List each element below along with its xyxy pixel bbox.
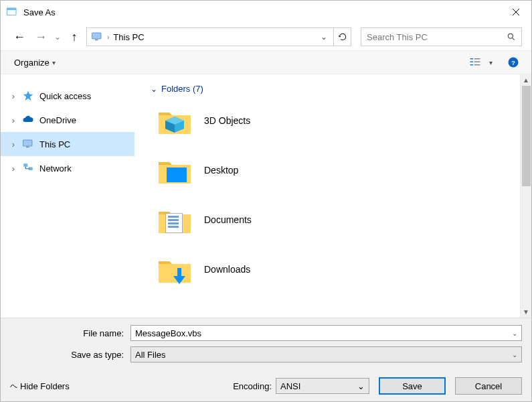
folder-label: Downloads: [204, 264, 250, 275]
titlebar: Save As: [1, 1, 531, 23]
address-bar[interactable]: › This PC ⌄: [86, 27, 334, 46]
view-dropdown[interactable]: ▾: [489, 59, 493, 66]
section-header-folders[interactable]: ⌄ Folders (7): [151, 84, 520, 94]
tree-item-quick-access[interactable]: › Quick access: [1, 84, 135, 108]
scroll-up-button[interactable]: ▲: [521, 74, 531, 86]
hide-folders-button[interactable]: ヘ Hide Folders: [10, 381, 70, 391]
vertical-scrollbar[interactable]: ▲ ▼: [520, 74, 531, 318]
up-button[interactable]: ↑: [65, 27, 84, 46]
close-icon: [512, 8, 520, 16]
tree-label: OneDrive: [39, 115, 76, 125]
organize-label: Organize: [14, 58, 50, 68]
chevron-down-icon: ▾: [52, 59, 56, 66]
svg-rect-10: [474, 64, 480, 66]
folder-label: Desktop: [204, 165, 238, 176]
search-icon: [507, 32, 516, 42]
main-area: › Quick access › OneDrive › This PC › Ne…: [1, 74, 531, 318]
file-area[interactable]: ⌄ Folders (7) 3D Objects Desktop: [135, 74, 520, 318]
view-icon: [469, 56, 481, 68]
folder-desktop[interactable]: Desktop: [157, 150, 520, 190]
svg-text:?: ?: [511, 59, 515, 66]
tree-label: This PC: [39, 139, 70, 149]
filename-label: File name:: [10, 328, 130, 338]
view-options-button[interactable]: [466, 54, 484, 71]
refresh-icon: [338, 32, 347, 42]
expand-icon[interactable]: ›: [10, 91, 17, 101]
saveastype-select[interactable]: All Files ⌄: [130, 346, 522, 362]
pc-icon: [91, 31, 103, 42]
scroll-thumb[interactable]: [522, 86, 531, 186]
breadcrumb-current[interactable]: This PC: [113, 32, 144, 42]
network-icon: [22, 162, 34, 174]
scroll-down-button[interactable]: ▼: [521, 306, 531, 318]
encoding-select[interactable]: ANSI ⌄: [276, 378, 369, 394]
tree-item-network[interactable]: › Network: [1, 156, 135, 180]
search-placeholder: Search This PC: [367, 32, 507, 42]
svg-rect-1: [7, 8, 17, 10]
svg-rect-9: [470, 64, 474, 66]
saveastype-label: Save as type:: [10, 350, 130, 360]
chevron-up-icon: ヘ: [10, 381, 17, 391]
close-button[interactable]: [503, 2, 529, 22]
folder-label: 3D Objects: [204, 115, 250, 126]
refresh-button[interactable]: [334, 27, 351, 46]
button-row: ヘ Hide Folders Encoding: ANSI ⌄ Save Can…: [10, 368, 522, 395]
address-dropdown[interactable]: ⌄: [319, 32, 329, 42]
chevron-down-icon[interactable]: ⌄: [512, 330, 517, 337]
svg-rect-13: [23, 140, 33, 146]
toolbar: Organize ▾ ▾ ?: [1, 50, 531, 74]
svg-rect-2: [92, 33, 102, 39]
app-icon: [6, 6, 18, 18]
svg-rect-3: [95, 40, 98, 41]
forward-button[interactable]: →: [31, 27, 50, 46]
folder-documents[interactable]: Documents: [157, 200, 520, 240]
expand-icon[interactable]: ›: [10, 139, 17, 149]
help-icon: ?: [507, 56, 519, 68]
onedrive-icon: [22, 114, 34, 126]
folder-icon: [157, 204, 192, 236]
tree-label: Network: [39, 163, 72, 174]
encoding-value: ANSI: [280, 381, 300, 391]
folder-3d-objects[interactable]: 3D Objects: [157, 100, 520, 141]
search-input[interactable]: Search This PC: [361, 27, 522, 46]
filename-value: MessageBox.vbs: [135, 328, 201, 338]
bottom-panel: File name: MessageBox.vbs ⌄ Save as type…: [1, 318, 531, 401]
svg-rect-6: [474, 58, 480, 60]
expand-icon[interactable]: ›: [10, 115, 17, 125]
tree-label: Quick access: [39, 91, 91, 101]
quick-access-icon: [22, 90, 34, 102]
recent-locations-button[interactable]: ⌄: [53, 27, 62, 46]
folder-list: 3D Objects Desktop Documents: [151, 100, 520, 289]
svg-point-4: [508, 34, 513, 38]
filename-row: File name: MessageBox.vbs ⌄: [10, 325, 522, 341]
chevron-down-icon: ⌄: [512, 351, 517, 358]
folder-icon: [157, 154, 192, 186]
svg-rect-5: [470, 58, 474, 60]
tree-item-this-pc[interactable]: › This PC: [1, 132, 135, 156]
help-button[interactable]: ?: [505, 54, 522, 71]
pc-icon: [22, 138, 34, 150]
filename-input[interactable]: MessageBox.vbs ⌄: [130, 325, 522, 341]
nav-row: ← → ⌄ ↑ › This PC ⌄ Search This PC: [1, 23, 531, 50]
content-pane: ⌄ Folders (7) 3D Objects Desktop: [135, 74, 531, 318]
folder-icon: [157, 253, 192, 285]
tree-item-onedrive[interactable]: › OneDrive: [1, 108, 135, 132]
svg-rect-14: [26, 147, 29, 148]
save-button[interactable]: Save: [379, 377, 446, 395]
cancel-button[interactable]: Cancel: [455, 377, 522, 395]
navigation-tree: › Quick access › OneDrive › This PC › Ne…: [1, 74, 135, 318]
svg-rect-7: [470, 62, 474, 63]
chevron-down-icon: ⌄: [357, 381, 365, 391]
folder-downloads[interactable]: Downloads: [157, 249, 520, 289]
saveastype-value: All Files: [135, 350, 166, 360]
organize-menu[interactable]: Organize ▾: [14, 58, 56, 68]
folder-label: Documents: [204, 214, 252, 225]
hide-folders-label: Hide Folders: [20, 381, 70, 391]
saveastype-row: Save as type: All Files ⌄: [10, 346, 522, 362]
section-label: Folders (7): [161, 84, 203, 94]
window-title: Save As: [23, 7, 498, 17]
expand-icon[interactable]: ›: [10, 163, 17, 174]
back-button[interactable]: ←: [10, 27, 29, 46]
svg-rect-8: [474, 62, 480, 63]
folder-icon: [157, 105, 192, 137]
